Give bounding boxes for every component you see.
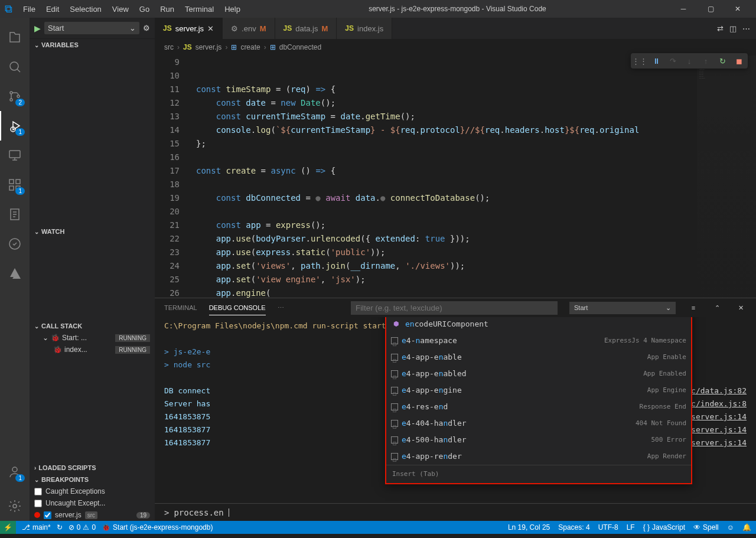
menu-help[interactable]: Help (220, 2, 245, 16)
restart-button[interactable]: ↻ (717, 56, 728, 66)
tab-server-js[interactable]: JSserver.js✕ (155, 18, 223, 39)
loaded-scripts-section[interactable]: ›LOADED SCRIPTS (30, 462, 155, 474)
split-icon[interactable]: ◫ (729, 24, 737, 33)
editor-area: JSserver.js✕ ⚙.envM JSdata.jsM JSindex.j… (155, 18, 756, 521)
pause-button[interactable]: ⏸ (651, 56, 662, 66)
indentation[interactable]: Spaces: 4 (558, 523, 589, 532)
intellisense-item[interactable]: ☐e4-res-endResponse End (386, 399, 691, 415)
git-branch[interactable]: ⎇ main* (22, 523, 51, 532)
close-button[interactable]: ✕ (724, 0, 751, 18)
breakpoint-uncaught[interactable]: Uncaught Except... (30, 497, 155, 509)
notifications-icon[interactable]: 🔔 (742, 523, 751, 532)
azure-icon[interactable] (0, 259, 30, 288)
explorer-icon[interactable] (0, 22, 30, 52)
git-sync[interactable]: ↻ (57, 523, 63, 532)
editor-tabs: JSserver.js✕ ⚙.envM JSdata.jsM JSindex.j… (155, 18, 756, 39)
title-bar: ⧉ File Edit Selection View Go Run Termin… (0, 0, 756, 18)
intellisense-item[interactable]: ☐e4-namespaceExpressJs 4 Namespace (386, 332, 691, 349)
more-panels[interactable]: ⋯ (278, 301, 284, 315)
debug-config-select[interactable]: Start⌄ (44, 22, 139, 34)
stop-button[interactable]: ◼ (734, 56, 744, 66)
debug-console-output[interactable]: C:\Program Files\nodejs\npm.cmd run-scri… (155, 317, 756, 503)
menu-run[interactable]: Run (155, 2, 179, 16)
breakpoint-caught[interactable]: Caught Exceptions (30, 485, 155, 497)
filter-input[interactable] (351, 301, 558, 315)
minimize-button[interactable]: ─ (670, 0, 697, 18)
tab-env[interactable]: ⚙.envM (223, 18, 275, 39)
activity-bar: 2 1 1 1 (0, 18, 30, 521)
svg-rect-5 (9, 151, 20, 158)
intellisense-item[interactable]: ☐e4-404-handler404 Not Found (386, 415, 691, 432)
references-icon[interactable] (0, 200, 30, 229)
menu-bar: File Edit Selection View Go Run Terminal… (18, 2, 245, 16)
watch-section[interactable]: ⌄WATCH (30, 226, 155, 237)
step-over-button[interactable]: ↷ (667, 56, 678, 66)
svg-point-3 (17, 95, 19, 97)
remote-button[interactable]: ⚡ (0, 521, 16, 534)
terminal-tab[interactable]: TERMINAL (164, 301, 197, 315)
menu-edit[interactable]: Edit (41, 2, 64, 16)
step-into-button[interactable]: ↓ (684, 56, 695, 66)
eol[interactable]: LF (627, 523, 635, 532)
tab-data-js[interactable]: JSdata.jsM (275, 18, 337, 39)
accounts-icon[interactable]: 1 (0, 457, 30, 487)
intellisense-popup[interactable]: abcprocess.env⬢encodeURI⬢encodeURICompon… (385, 317, 692, 484)
svg-point-13 (13, 504, 17, 508)
svg-point-0 (10, 62, 18, 70)
maximize-button[interactable]: ▢ (697, 0, 724, 18)
intellisense-item[interactable]: ⬢encodeURIComponent (386, 317, 691, 332)
source-control-icon[interactable]: 2 (0, 81, 30, 111)
run-debug-icon[interactable]: 1 (0, 111, 30, 141)
menu-go[interactable]: Go (135, 2, 154, 16)
intellisense-item[interactable]: ☐e4-app-enableApp Enable (386, 349, 691, 366)
bottom-panel: TERMINAL DEBUG CONSOLE ⋯ Start⌄ ≡ ⌃ ✕ C:… (155, 298, 756, 521)
intellisense-item[interactable]: ☐e4-500-handler500 Error (386, 432, 691, 448)
spell-check[interactable]: 👁 Spell (693, 523, 719, 532)
remote-explorer-icon[interactable] (0, 141, 30, 170)
debug-config-gear-icon[interactable]: ⚙ (143, 24, 150, 32)
compare-icon[interactable]: ⇄ (717, 24, 724, 33)
callstack-section[interactable]: ⌄CALL STACK (30, 320, 155, 332)
feedback-icon[interactable]: ☺ (727, 523, 734, 532)
language-mode[interactable]: { } JavaScript (643, 523, 685, 532)
problems[interactable]: ⊘ 0 ⚠ 0 (69, 523, 96, 532)
cursor-position[interactable]: Ln 19, Col 25 (508, 523, 550, 532)
search-icon[interactable] (0, 52, 30, 81)
debug-toolbar[interactable]: ⋮⋮ ⏸ ↷ ↓ ↑ ↻ ◼ (631, 53, 748, 69)
more-icon[interactable]: ⋯ (742, 24, 750, 33)
start-debug-button[interactable]: ▶ (34, 24, 41, 33)
callstack-item[interactable]: ⌄🐞Start: ...RUNNING (30, 332, 155, 344)
intellisense-item[interactable]: ☐e4-app-renderApp Render (386, 448, 691, 465)
menu-terminal[interactable]: Terminal (180, 2, 219, 16)
breakpoint-file[interactable]: server.jssrc19 (30, 509, 155, 521)
settings-icon[interactable] (0, 491, 30, 521)
variables-section[interactable]: ⌄VARIABLES (30, 39, 155, 51)
debug-console-input[interactable]: >process.en (155, 503, 756, 521)
intellisense-item[interactable]: ☐e4-app-engineApp Engine (386, 382, 691, 399)
callstack-item[interactable]: 🐞index...RUNNING (30, 344, 155, 356)
debug-status[interactable]: 🐞 Start (js-e2e-express-mongodb) (102, 523, 213, 532)
encoding[interactable]: UTF-8 (598, 523, 618, 532)
clear-console-icon[interactable]: ≡ (687, 304, 699, 311)
menu-file[interactable]: File (18, 2, 40, 16)
panel-close-icon[interactable]: ✕ (735, 304, 747, 312)
launch-select[interactable]: Start⌄ (569, 302, 676, 314)
close-icon[interactable]: ✕ (207, 24, 214, 33)
minimap[interactable]: const timeStamp const date const curr co… (697, 56, 756, 298)
svg-point-1 (10, 92, 12, 94)
svg-point-2 (10, 99, 12, 101)
extensions-icon[interactable]: 1 (0, 170, 30, 200)
testing-icon[interactable] (0, 229, 30, 259)
menu-selection[interactable]: Selection (65, 2, 106, 16)
menu-view[interactable]: View (107, 2, 133, 16)
tab-index-js[interactable]: JSindex.js (337, 18, 392, 39)
debug-console-tab[interactable]: DEBUG CONSOLE (209, 301, 266, 315)
grip-icon[interactable]: ⋮⋮ (634, 56, 645, 66)
intellisense-item[interactable]: ☐e4-app-enabledApp Enabled (386, 366, 691, 382)
breakpoints-section[interactable]: ⌄BREAKPOINTS (30, 474, 155, 485)
svg-rect-8 (9, 186, 14, 190)
panel-maximize-icon[interactable]: ⌃ (711, 304, 723, 312)
code-editor[interactable]: 9101112131415161718 ●19 2021222324252627… (155, 56, 756, 298)
step-out-button[interactable]: ↑ (700, 56, 711, 66)
svg-rect-7 (16, 180, 20, 184)
